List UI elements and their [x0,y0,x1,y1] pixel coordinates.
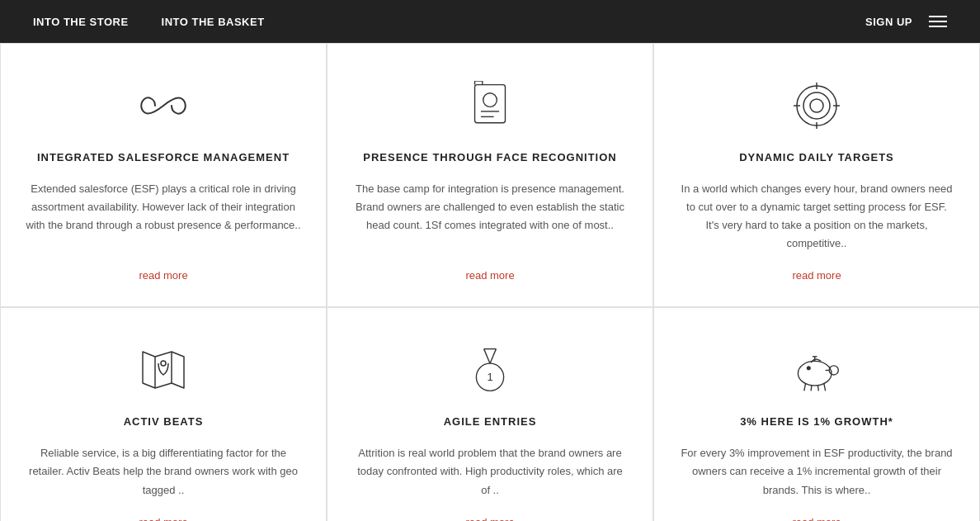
signup-link[interactable]: SIGN UP [865,16,912,28]
map-icon [139,345,188,395]
infinity-icon [139,81,188,130]
card-title-growth: 3% HERE IS 1% GROWTH* [740,415,893,428]
navbar: INTO THE STORE INTO THE BASKET SIGN UP [0,0,980,43]
card-icon-salesforce [139,77,188,135]
card-title-presence: PRESENCE THROUGH FACE RECOGNITION [363,151,616,163]
card-icon-agile: 1 [465,341,515,399]
svg-point-1 [483,93,497,107]
svg-text:1: 1 [487,372,492,384]
nav-basket[interactable]: INTO THE BASKET [145,0,281,43]
svg-marker-15 [143,352,184,388]
svg-point-10 [810,99,823,112]
card-desc-growth: For every 3% improvement in ESF producti… [679,444,954,499]
piggy-icon [792,345,841,395]
card-growth: 3% HERE IS 1% GROWTH* For every 3% impro… [653,307,980,521]
card-icon-presence [465,77,515,135]
read-more-salesforce[interactable]: read more [139,269,187,282]
svg-line-21 [490,349,496,364]
card-title-salesforce: INTEGRATED SALESFORCE MANAGEMENT [37,151,290,163]
card-presence: PRESENCE THROUGH FACE RECOGNITION The ba… [327,43,653,307]
svg-line-20 [484,349,490,364]
badge-icon [465,81,515,130]
read-more-agile[interactable]: read more [465,516,514,521]
svg-point-8 [797,86,836,126]
card-desc-beats: Reliable service, is a big differentiati… [26,444,301,499]
svg-line-29 [817,385,818,391]
card-grid: INTEGRATED SALESFORCE MANAGEMENT Extende… [0,43,980,521]
target-icon [792,81,841,130]
svg-point-31 [807,367,810,370]
hamburger-icon[interactable] [929,16,947,27]
card-desc-salesforce: Extended salesforce (ESF) plays a critic… [26,180,301,253]
card-title-beats: Activ Beats [124,415,204,428]
svg-line-27 [804,384,806,391]
medal-icon: 1 [465,345,515,395]
navbar-right: SIGN UP [865,16,947,28]
nav-store[interactable]: INTO THE STORE [33,0,145,43]
card-beats: Activ Beats Reliable service, is a big d… [0,307,327,521]
read-more-presence[interactable]: read more [465,269,514,282]
svg-point-18 [161,361,166,366]
svg-line-30 [824,384,826,391]
navbar-left: INTO THE STORE INTO THE BASKET [33,0,281,43]
card-icon-growth [792,341,841,399]
svg-point-9 [803,92,830,119]
card-desc-targets: In a world which changes every hour, bra… [679,180,954,253]
card-agile: 1 AGILE ENTRIES Attrition is real world … [327,307,653,521]
card-icon-beats [139,341,188,399]
read-more-beats[interactable]: read more [139,516,187,521]
read-more-growth[interactable]: read more [792,516,841,521]
card-title-agile: AGILE ENTRIES [444,415,537,428]
card-salesforce: INTEGRATED SALESFORCE MANAGEMENT Extende… [0,43,327,307]
card-icon-targets [792,77,841,135]
card-desc-agile: Attrition is real world problem that the… [352,444,628,499]
svg-point-24 [798,362,832,386]
card-targets: DYNAMIC DAILY TARGETS In a world which c… [653,43,980,307]
card-title-targets: DYNAMIC DAILY TARGETS [739,151,894,163]
svg-line-28 [811,385,812,391]
read-more-targets[interactable]: read more [792,269,841,282]
card-desc-presence: The base camp for integration is presenc… [352,180,628,253]
